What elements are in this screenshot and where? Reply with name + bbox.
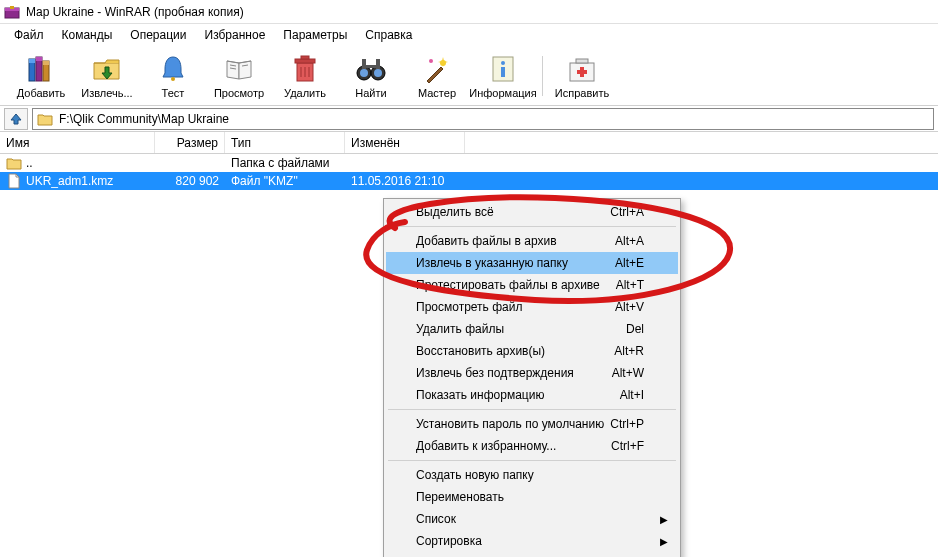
ctx-extract-no-confirm[interactable]: Извлечь без подтверждения Alt+W [386, 362, 678, 384]
ctx-delete-files[interactable]: Удалить файлы Del [386, 318, 678, 340]
menu-options[interactable]: Параметры [275, 26, 355, 44]
ctx-separator [388, 460, 676, 461]
ctx-disks-submenu[interactable]: Диски Ctrl+D ▶ [386, 552, 678, 557]
toolbar: Добавить Извлечь... Тест Просмотр Удалит… [0, 46, 938, 106]
context-menu: Выделить всё Ctrl+A Добавить файлы в арх… [383, 198, 681, 557]
chevron-right-icon: ▶ [660, 514, 668, 525]
cell-mod-text: 11.05.2016 21:10 [345, 174, 465, 188]
extract-button[interactable]: Извлечь... [74, 48, 140, 104]
wizard-label: Мастер [418, 87, 456, 99]
toolbar-separator [542, 56, 543, 96]
medkit-icon [566, 53, 598, 85]
app-icon [4, 4, 20, 20]
svg-rect-24 [376, 59, 380, 69]
add-button[interactable]: Добавить [8, 48, 74, 104]
file-row-selected[interactable]: UKR_adm1.kmz 820 902 Файл "KMZ" 11.05.20… [0, 172, 938, 190]
wizard-button[interactable]: Мастер [404, 48, 470, 104]
address-field[interactable]: F:\Qlik Community\Map Ukraine [32, 108, 934, 130]
ctx-extract-to[interactable]: Извлечь в указанную папку Alt+E [386, 252, 678, 274]
cell-type-text: Файл "KMZ" [225, 174, 345, 188]
cell-name-text: UKR_adm1.kmz [26, 174, 113, 188]
ctx-repair-archives[interactable]: Восстановить архив(ы) Alt+R [386, 340, 678, 362]
svg-rect-25 [366, 65, 376, 68]
ctx-create-folder[interactable]: Создать новую папку [386, 464, 678, 486]
svg-rect-14 [295, 59, 315, 63]
svg-point-9 [171, 77, 175, 81]
folder-icon [37, 111, 53, 127]
binoculars-icon [355, 53, 387, 85]
find-button[interactable]: Найти [338, 48, 404, 104]
svg-rect-8 [43, 61, 49, 65]
chevron-right-icon: ▶ [660, 536, 668, 547]
ctx-add-to-archive[interactable]: Добавить файлы в архив Alt+A [386, 230, 678, 252]
books-icon [25, 53, 57, 85]
address-path: F:\Qlik Community\Map Ukraine [59, 112, 229, 126]
cell-name-text: .. [26, 156, 33, 170]
repair-button[interactable]: Исправить [549, 48, 615, 104]
test-button[interactable]: Тест [140, 48, 206, 104]
svg-rect-34 [577, 70, 587, 74]
svg-rect-7 [36, 57, 42, 61]
ctx-separator [388, 409, 676, 410]
menu-operations[interactable]: Операции [122, 26, 194, 44]
parent-dir-row[interactable]: .. Папка с файлами [0, 154, 938, 172]
svg-point-21 [360, 69, 368, 77]
view-label: Просмотр [214, 87, 264, 99]
ctx-view-file[interactable]: Просмотреть файл Alt+V [386, 296, 678, 318]
ctx-list-submenu[interactable]: Список ▶ [386, 508, 678, 530]
window-title: Map Ukraine - WinRAR (пробная копия) [26, 5, 244, 19]
extract-label: Извлечь... [81, 87, 132, 99]
wizard-icon [421, 53, 453, 85]
repair-label: Исправить [555, 87, 609, 99]
folder-up-icon [6, 155, 22, 171]
ctx-test-files[interactable]: Протестировать файлы в архиве Alt+T [386, 274, 678, 296]
col-type[interactable]: Тип [225, 132, 345, 153]
menubar: Файл Команды Операции Избранное Параметр… [0, 24, 938, 46]
test-label: Тест [162, 87, 185, 99]
column-headers: Имя Размер Тип Изменён [0, 132, 938, 154]
ctx-show-info[interactable]: Показать информацию Alt+I [386, 384, 678, 406]
file-icon [6, 173, 22, 189]
col-name[interactable]: Имя [0, 132, 155, 153]
titlebar: Map Ukraine - WinRAR (пробная копия) [0, 0, 938, 24]
delete-label: Удалить [284, 87, 326, 99]
svg-rect-30 [501, 67, 505, 77]
delete-button[interactable]: Удалить [272, 48, 338, 104]
svg-rect-15 [301, 56, 309, 59]
menu-file[interactable]: Файл [6, 26, 52, 44]
col-modified[interactable]: Изменён [345, 132, 465, 153]
ctx-select-all[interactable]: Выделить всё Ctrl+A [386, 201, 678, 223]
ctx-sort-submenu[interactable]: Сортировка ▶ [386, 530, 678, 552]
svg-rect-6 [29, 59, 35, 63]
cell-size-text: 820 902 [155, 174, 225, 188]
folder-extract-icon [91, 53, 123, 85]
menu-favorites[interactable]: Избранное [197, 26, 274, 44]
ctx-separator [388, 226, 676, 227]
find-label: Найти [355, 87, 386, 99]
ctx-set-password[interactable]: Установить пароль по умолчанию Ctrl+P [386, 413, 678, 435]
col-size[interactable]: Размер [155, 132, 225, 153]
svg-point-22 [374, 69, 382, 77]
view-button[interactable]: Просмотр [206, 48, 272, 104]
go-up-button[interactable] [4, 108, 28, 130]
svg-rect-2 [10, 6, 14, 9]
info-button[interactable]: Информация [470, 48, 536, 104]
info-icon [487, 53, 519, 85]
file-list[interactable]: .. Папка с файлами UKR_adm1.kmz 820 902 … [0, 154, 938, 190]
menu-help[interactable]: Справка [357, 26, 420, 44]
svg-rect-23 [362, 59, 366, 69]
ctx-add-favorites[interactable]: Добавить к избранному... Ctrl+F [386, 435, 678, 457]
svg-point-29 [501, 61, 505, 65]
ctx-rename[interactable]: Переименовать [386, 486, 678, 508]
book-open-icon [223, 53, 255, 85]
address-bar: F:\Qlik Community\Map Ukraine [0, 106, 938, 132]
svg-point-27 [429, 59, 433, 63]
svg-rect-32 [576, 59, 588, 63]
bell-icon [157, 53, 189, 85]
arrow-up-icon [9, 112, 23, 126]
add-label: Добавить [17, 87, 66, 99]
menu-commands[interactable]: Команды [54, 26, 121, 44]
delete-icon [289, 53, 321, 85]
cell-type-text: Папка с файлами [225, 156, 345, 170]
info-label: Информация [469, 87, 536, 99]
